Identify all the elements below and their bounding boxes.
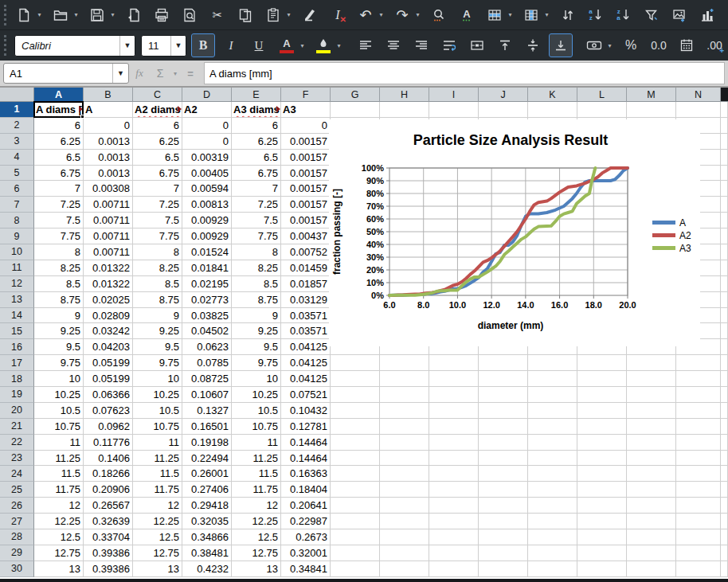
- cell-O25[interactable]: [721, 482, 728, 498]
- cell-A19[interactable]: 10.25: [34, 387, 84, 403]
- row-header-28[interactable]: 28: [0, 529, 34, 545]
- cell-B6[interactable]: 0.00308: [84, 181, 133, 197]
- row-header-6[interactable]: 6: [0, 181, 34, 197]
- column-header-C[interactable]: C: [133, 88, 182, 102]
- cell-A30[interactable]: 13: [34, 561, 84, 577]
- cell-B16[interactable]: 0.04203: [84, 339, 133, 355]
- cell-I19[interactable]: [429, 387, 479, 403]
- cell-K24[interactable]: [528, 466, 577, 482]
- cell-B11[interactable]: 0.01322: [84, 260, 133, 276]
- cell-O28[interactable]: [721, 529, 728, 545]
- cell-G30[interactable]: [331, 561, 380, 577]
- cell-F15[interactable]: 0.03571: [281, 323, 331, 339]
- cell-E9[interactable]: 7.75: [232, 229, 281, 244]
- cell-O10[interactable]: [721, 244, 728, 260]
- cell-D10[interactable]: 0.01524: [182, 244, 232, 260]
- cell-D1[interactable]: A2: [182, 102, 232, 118]
- row-header-9[interactable]: 9: [0, 229, 34, 244]
- cell-D19[interactable]: 0.10607: [182, 387, 232, 403]
- cell-J23[interactable]: [479, 451, 528, 467]
- cell-A26[interactable]: 12: [34, 498, 84, 514]
- row-header-8[interactable]: 8: [0, 213, 34, 229]
- cell-A20[interactable]: 10.5: [34, 403, 84, 419]
- wrap-text-button[interactable]: [438, 34, 460, 57]
- column-header-D[interactable]: D: [182, 88, 232, 102]
- cell-K27[interactable]: [528, 514, 577, 529]
- row-header-19[interactable]: 19: [0, 387, 34, 403]
- open-button[interactable]: [49, 4, 72, 26]
- cell-F29[interactable]: 0.32001: [281, 545, 331, 561]
- cell-I1[interactable]: [429, 102, 479, 118]
- cell-A2[interactable]: 6: [34, 118, 84, 134]
- cell-N29[interactable]: [676, 545, 721, 561]
- font-name-dropdown[interactable]: ▼: [119, 36, 135, 56]
- cell-A22[interactable]: 11: [34, 435, 84, 451]
- toolbar-grip-2[interactable]: [4, 35, 10, 56]
- save-dropdown[interactable]: ▾: [108, 4, 117, 26]
- cell-O11[interactable]: [721, 260, 728, 276]
- row-header-18[interactable]: 18: [0, 371, 34, 387]
- row-header-13[interactable]: 13: [0, 292, 34, 308]
- cell-E26[interactable]: 12: [232, 498, 281, 514]
- cell-A11[interactable]: 8.25: [34, 260, 84, 276]
- row-header-26[interactable]: 26: [0, 498, 34, 514]
- cell-O23[interactable]: [721, 451, 728, 467]
- cell-E5[interactable]: 6.75: [232, 166, 281, 182]
- cell-F10[interactable]: 0.00752: [281, 244, 331, 260]
- cell-O13[interactable]: [721, 292, 728, 308]
- cell-F5[interactable]: 0.00157: [281, 166, 331, 182]
- cell-F13[interactable]: 0.03129: [281, 292, 331, 308]
- column-header-M[interactable]: M: [627, 88, 676, 102]
- cell-B7[interactable]: 0.00711: [84, 197, 133, 213]
- insert-image-button[interactable]: [668, 4, 691, 26]
- cell-H19[interactable]: [380, 387, 429, 403]
- cell-J1[interactable]: [479, 102, 528, 118]
- cell-E13[interactable]: 8.75: [232, 292, 281, 308]
- copy-button[interactable]: [234, 4, 256, 26]
- cell-F26[interactable]: 0.20641: [281, 498, 331, 514]
- cell-G21[interactable]: [331, 419, 380, 435]
- cell-H27[interactable]: [380, 514, 429, 529]
- cell-D29[interactable]: 0.38481: [182, 545, 232, 561]
- redo-dropdown[interactable]: ▾: [413, 4, 422, 26]
- cell-E17[interactable]: 9.75: [232, 355, 281, 371]
- cell-E8[interactable]: 7.5: [232, 213, 281, 229]
- cell-A17[interactable]: 9.75: [34, 355, 84, 371]
- cell-B5[interactable]: 0.0013: [84, 166, 133, 182]
- cell-B23[interactable]: 0.1406: [84, 451, 133, 467]
- cell-J28[interactable]: [479, 529, 528, 545]
- row-header-11[interactable]: 11: [0, 260, 34, 276]
- cell-C5[interactable]: 6.75: [133, 166, 182, 182]
- cell-B19[interactable]: 0.06366: [84, 387, 133, 403]
- cell-F2[interactable]: 0: [281, 118, 331, 134]
- cell-D22[interactable]: 0.19198: [182, 435, 232, 451]
- cell-H20[interactable]: [380, 403, 429, 419]
- cell-A18[interactable]: 10: [34, 371, 84, 387]
- function-wizard-icon[interactable]: fx: [129, 67, 150, 80]
- cell-L25[interactable]: [577, 482, 627, 498]
- cell-K25[interactable]: [528, 482, 577, 498]
- cell-M26[interactable]: [627, 498, 676, 514]
- cell-L19[interactable]: [577, 387, 627, 403]
- cell-G20[interactable]: [331, 403, 380, 419]
- cell-C27[interactable]: 12.25: [133, 514, 182, 529]
- cell-L26[interactable]: [577, 498, 627, 514]
- cell-L18[interactable]: [577, 371, 627, 387]
- cell-C2[interactable]: 6: [133, 118, 182, 134]
- sort-ascending-button[interactable]: az: [585, 4, 607, 26]
- cell-B2[interactable]: 0: [84, 118, 133, 134]
- cell-E11[interactable]: 8.25: [232, 260, 281, 276]
- sort-button[interactable]: [557, 4, 579, 26]
- cell-M27[interactable]: [627, 514, 676, 529]
- cell-A15[interactable]: 9.25: [34, 323, 84, 339]
- font-color-dropdown[interactable]: ▾: [298, 34, 307, 57]
- cell-B10[interactable]: 0.00711: [84, 244, 133, 260]
- cell-L17[interactable]: [577, 355, 627, 371]
- cell-L23[interactable]: [577, 451, 627, 467]
- cell-B26[interactable]: 0.26567: [84, 498, 133, 514]
- cell-A5[interactable]: 6.75: [34, 166, 84, 182]
- bold-button[interactable]: B: [192, 34, 214, 57]
- cell-D9[interactable]: 0.00929: [182, 229, 232, 244]
- column-header-L[interactable]: L: [577, 88, 627, 102]
- cell-F25[interactable]: 0.18404: [281, 482, 331, 498]
